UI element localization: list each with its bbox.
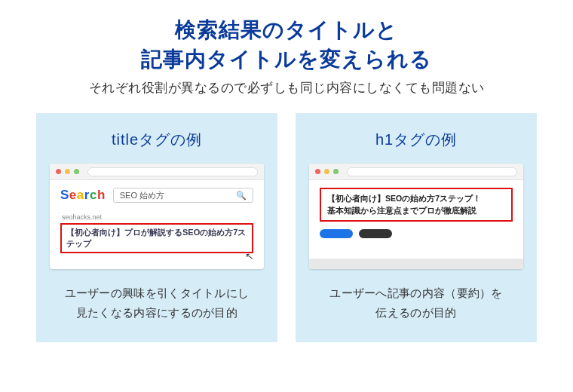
address-bar bbox=[347, 167, 517, 176]
browser-chrome-bar bbox=[309, 164, 523, 180]
card-desc-right-line2: 伝えるのが目的 bbox=[375, 307, 456, 319]
window-dot-close-icon bbox=[56, 169, 61, 174]
card-title-left: titleタグの例 bbox=[50, 130, 264, 150]
article-footer-strip bbox=[309, 259, 523, 269]
search-query-text: SEO 始め方 bbox=[120, 190, 164, 201]
main-title-line1: 検索結果のタイトルと bbox=[175, 18, 398, 41]
article-h1: 【初心者向け】SEOの始め方7ステップ！ 基本知識から注意点までプロが徹底解説 bbox=[320, 188, 513, 221]
address-bar bbox=[87, 167, 258, 176]
card-desc-left-line1: ユーザーの興味を引くタイトルにし bbox=[65, 287, 250, 299]
browser-mock-serp: Search SEO 始め方 🔍 seohacks.net 【初心者向け】プロが… bbox=[50, 164, 264, 269]
article-body: 【初心者向け】SEOの始め方7ステップ！ 基本知識から注意点までプロが徹底解説 bbox=[309, 180, 523, 245]
card-title-right: h1タグの例 bbox=[309, 130, 523, 150]
search-logo: Search bbox=[60, 188, 106, 203]
browser-mock-article: 【初心者向け】SEOの始め方7ステップ！ 基本知識から注意点までプロが徹底解説 bbox=[309, 164, 523, 269]
window-dot-max-icon bbox=[333, 169, 339, 174]
serp-result-title: 【初心者向け】プロが解説するSEOの始め方7ステップ bbox=[60, 223, 253, 253]
window-dot-close-icon bbox=[315, 169, 320, 174]
main-title-line2: 記事内タイトルを変えられる bbox=[141, 47, 432, 71]
card-desc-right: ユーザーへ記事の内容（要約）を 伝えるのが目的 bbox=[309, 284, 523, 323]
card-desc-left-line2: 見たくなる内容にするのが目的 bbox=[76, 307, 237, 319]
serp-site-url: seohacks.net bbox=[62, 213, 253, 221]
article-h1-line2: 基本知識から注意点までプロが徹底解説 bbox=[327, 206, 476, 215]
main-title: 検索結果のタイトルと 記事内タイトルを変えられる bbox=[30, 15, 543, 74]
subtitle: それぞれ役割が異なるので必ずしも同じ内容にしなくても問題ない bbox=[30, 80, 543, 96]
card-h1-tag: h1タグの例 【初心者向け】SEOの始め方7ステップ！ 基本知識から注意点までプ… bbox=[296, 113, 537, 342]
cursor-icon: ↖ bbox=[244, 250, 254, 262]
heading-block: 検索結果のタイトルと 記事内タイトルを変えられる それぞれ役割が異なるので必ずし… bbox=[30, 15, 543, 96]
share-buttons bbox=[320, 229, 513, 238]
share-pill-dark bbox=[359, 229, 392, 238]
browser-chrome-bar bbox=[50, 164, 264, 180]
window-dot-min-icon bbox=[65, 169, 70, 174]
search-icon: 🔍 bbox=[236, 191, 247, 201]
serp-body: Search SEO 始め方 🔍 seohacks.net 【初心者向け】プロが… bbox=[50, 180, 264, 259]
card-desc-left: ユーザーの興味を引くタイトルにし 見たくなる内容にするのが目的 bbox=[50, 284, 264, 323]
search-input: SEO 始め方 🔍 bbox=[113, 188, 253, 203]
share-pill-blue bbox=[320, 229, 353, 238]
card-desc-right-line1: ユーザーへ記事の内容（要約）を bbox=[329, 287, 503, 299]
cards-row: titleタグの例 Search SEO 始め方 🔍 bbox=[30, 113, 543, 342]
window-dot-max-icon bbox=[74, 169, 79, 174]
article-h1-line1: 【初心者向け】SEOの始め方7ステップ！ bbox=[327, 194, 481, 203]
search-row: Search SEO 始め方 🔍 bbox=[60, 188, 253, 203]
window-dot-min-icon bbox=[324, 169, 329, 174]
card-title-tag: titleタグの例 Search SEO 始め方 🔍 bbox=[36, 113, 277, 342]
